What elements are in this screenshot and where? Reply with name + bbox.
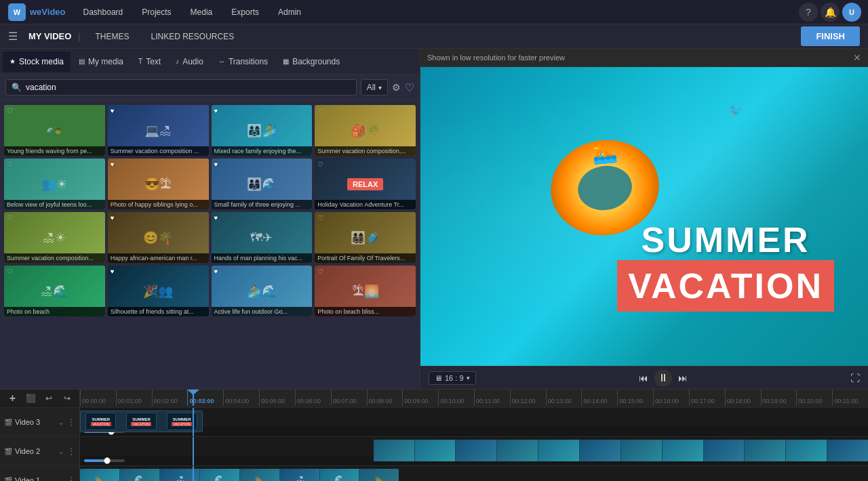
- nav-item-dashboard[interactable]: Dashboard: [74, 0, 133, 24]
- timeline-toolbar: + ⬛ ↩ ↪ 00:00:00 00:01:00 00:02:00 00:03…: [0, 390, 868, 408]
- hamburger-menu[interactable]: ☰: [0, 30, 26, 43]
- list-item[interactable]: RELAX ♡ Holiday Vacation Adventure Tr...: [315, 159, 416, 209]
- nav-item-exports[interactable]: Exports: [222, 0, 269, 24]
- stock-media-icon: ★: [9, 58, 16, 65]
- favorites-heart-icon[interactable]: ♡: [405, 81, 414, 94]
- close-notice-icon[interactable]: ✕: [853, 52, 861, 63]
- tab-text[interactable]: T Text: [132, 51, 167, 72]
- logo-icon: W: [8, 3, 26, 21]
- nav-item-projects[interactable]: Projects: [132, 0, 180, 24]
- thumb-heart-icon[interactable]: ♡: [7, 107, 13, 114]
- video3-track-name: Video 3: [15, 418, 55, 426]
- thumb-heart-icon[interactable]: ♥: [111, 214, 115, 222]
- thumb-heart-icon[interactable]: ♡: [7, 161, 13, 168]
- thumb-heart-icon[interactable]: ♥: [111, 107, 115, 114]
- list-item[interactable]: 💻🏖 ♥ Summer vacation composition ...: [108, 105, 209, 156]
- track-row-video1: 🎬 Video 1 ⌄ ⋮ 🏊 🌊 🏖 🌊 🏊 🏖 🌊 🏊: [0, 466, 868, 481]
- track-content-video2[interactable]: [80, 437, 868, 465]
- text-icon: T: [138, 58, 142, 65]
- nav-items: Dashboard Projects Media Exports Admin: [74, 0, 311, 24]
- ruler-mark: 00:05:00: [259, 390, 295, 406]
- tab-stock-media[interactable]: ★ Stock media: [3, 51, 71, 72]
- list-item[interactable]: 😎🏝 ♥ Photo of happy siblings lying o...: [108, 159, 209, 209]
- list-item[interactable]: 🏖🌊 ♡ Photo on beach: [4, 266, 105, 316]
- add-track-button[interactable]: +: [5, 391, 20, 406]
- skip-back-button[interactable]: ⏮: [635, 370, 652, 386]
- thumb-heart-icon[interactable]: ♥: [111, 161, 115, 168]
- redo-button[interactable]: ↪: [60, 391, 74, 406]
- video1-track-icon: 🎬: [4, 477, 12, 482]
- filter-caret-icon: ▾: [378, 84, 382, 91]
- thumb-heart-icon[interactable]: ♡: [7, 214, 13, 222]
- list-item[interactable]: 👥☀ ♡ Below view of joyful teens loo...: [4, 159, 105, 209]
- summer-title: SUMMER: [617, 222, 834, 257]
- filter-dropdown[interactable]: All ▾: [361, 79, 388, 96]
- fullscreen-button[interactable]: ⛶: [850, 373, 860, 383]
- project-title: MY VIDEO: [26, 31, 74, 41]
- finish-button[interactable]: FINISH: [801, 26, 860, 46]
- tab-audio[interactable]: ♪ Audio: [169, 51, 210, 72]
- track-header-video2: 🎬 Video 2 ⌄ ⋮: [0, 437, 80, 465]
- video3-track-menu[interactable]: ⋮: [67, 417, 75, 427]
- search-input[interactable]: [26, 83, 351, 92]
- thumb-heart-icon[interactable]: ♥: [214, 214, 218, 222]
- track-content-video3[interactable]: SUMMER VACATION SUMMER VACATION SUMMER V…: [80, 408, 868, 436]
- thumb-heart-icon[interactable]: ♡: [7, 268, 13, 275]
- list-item[interactable]: 🎉👥 ♥ Silhouette of friends sitting at...: [108, 266, 209, 316]
- ruler-mark: 00:18:00: [725, 390, 761, 406]
- track-settings-button[interactable]: ⬛: [24, 391, 38, 406]
- thumb-heart-icon[interactable]: ♥: [214, 161, 218, 168]
- filter-settings-icon[interactable]: ⚙: [392, 82, 401, 93]
- video3-track-expand[interactable]: ⌄: [58, 417, 64, 427]
- user-avatar[interactable]: U: [842, 3, 861, 22]
- thumb-heart-icon[interactable]: ♥: [111, 268, 115, 275]
- ruler-mark: 00:00:00: [80, 390, 116, 406]
- search-bar: 🔍 All ▾ ⚙ ♡: [0, 75, 420, 101]
- list-item[interactable]: 🏄🌊 ♥ Active life fun outdoor Go...: [212, 266, 313, 316]
- ruler-mark: 00:20:00: [796, 390, 832, 406]
- list-item[interactable]: 🏖☀ ♡ Summer vacation composition...: [4, 212, 105, 263]
- list-item[interactable]: 😊🌴 ♥ Happy african-american man r...: [108, 212, 209, 263]
- backgrounds-label: Backgrounds: [292, 57, 340, 66]
- thumb-heart-icon[interactable]: ♡: [317, 214, 323, 222]
- undo-button[interactable]: ↩: [42, 391, 56, 406]
- notice-text: Shown in low resolution for faster previ…: [427, 54, 565, 62]
- aspect-caret-icon: ▾: [467, 375, 470, 381]
- list-item[interactable]: 👨‍👩‍👦🌊 ♥ Small family of three enjoying …: [212, 159, 313, 209]
- thumb-heart-icon[interactable]: ♡: [317, 161, 323, 168]
- thumb-heart-icon[interactable]: ♥: [214, 107, 218, 114]
- nav-item-admin[interactable]: Admin: [269, 0, 311, 24]
- tab-linked-resources[interactable]: LINKED RESOURCES: [140, 24, 245, 49]
- list-item[interactable]: 🏝🌅 ♡ Photo on beach bliss...: [315, 266, 416, 316]
- thumb-heart-icon[interactable]: ♡: [317, 268, 323, 275]
- help-icon[interactable]: ?: [799, 3, 818, 22]
- video2-track-expand[interactable]: ⌄: [58, 446, 64, 456]
- second-nav: ☰ MY VIDEO | THEMES LINKED RESOURCES FIN…: [0, 24, 868, 49]
- play-pause-button[interactable]: ⏸: [654, 369, 672, 387]
- thumb-heart-icon[interactable]: ♥: [214, 268, 218, 275]
- video1-track-expand[interactable]: ⌄: [58, 476, 64, 481]
- video1-track-menu[interactable]: ⋮: [67, 476, 75, 481]
- audio-label: Audio: [182, 57, 203, 66]
- playhead-ruler-indicator[interactable]: 00:03:02 ✕: [193, 390, 194, 406]
- tab-backgrounds[interactable]: ▦ Backgrounds: [276, 51, 347, 72]
- track-content-video1[interactable]: 🏊 🌊 🏖 🌊 🏊 🏖 🌊 🏊: [80, 466, 868, 481]
- ruler-mark: 00:21:00: [832, 390, 868, 406]
- tab-themes[interactable]: THEMES: [84, 24, 140, 49]
- nav-item-media[interactable]: Media: [181, 0, 222, 24]
- aspect-ratio-selector[interactable]: 🖥 16 : 9 ▾: [429, 371, 476, 385]
- vacation-banner: VACATION: [617, 260, 834, 312]
- tab-my-media[interactable]: ▤ My media: [72, 51, 130, 72]
- filter-label: All: [367, 83, 376, 92]
- thumb-heart-icon[interactable]: ♡: [317, 107, 323, 114]
- play-controls: ⏮ ⏸ ⏭: [635, 369, 691, 387]
- video2-track-menu[interactable]: ⋮: [67, 446, 75, 456]
- list-item[interactable]: 🎒🌴 ♡ Summer vacation composition,...: [315, 105, 416, 156]
- list-item[interactable]: 👨‍👩‍👧🏄 ♥ Mixed race family enjoying the.…: [212, 105, 313, 156]
- list-item[interactable]: 👨‍👩‍👧‍👦🧳 ♡ Portrait Of Family Of Travele…: [315, 212, 416, 263]
- list-item[interactable]: 🗺✈ ♥ Hands of man planning his vac...: [212, 212, 313, 263]
- list-item[interactable]: 🌊👦 ♡ Young friends waving from pe...: [4, 105, 105, 156]
- tab-transitions[interactable]: ↔ Transitions: [212, 51, 275, 72]
- skip-forward-button[interactable]: ⏭: [675, 370, 691, 386]
- notifications-icon[interactable]: 🔔: [821, 3, 840, 22]
